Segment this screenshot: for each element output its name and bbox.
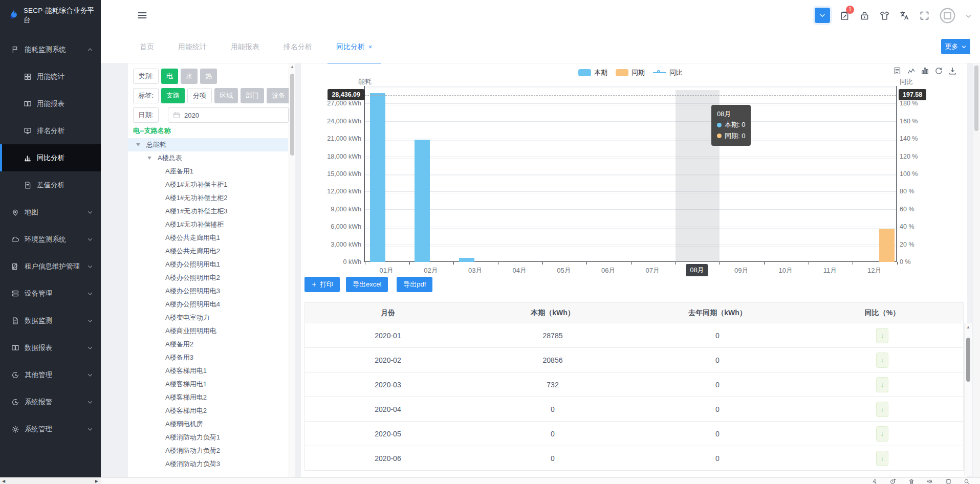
tree-node[interactable]: A楼公共走廊用电2 [128,245,288,258]
search-icon[interactable] [964,478,970,484]
scrollbar-thumb[interactable] [974,65,978,131]
scroll-left-icon[interactable]: ◀ [2,478,5,484]
sidebar-item-用能报表[interactable]: 用能报表 [0,90,101,117]
tab-同比分析[interactable]: 同比分析× [336,31,372,63]
tree-node[interactable]: A楼消防动力负荷3 [128,457,288,471]
x-axis-label[interactable]: 03月 [468,266,482,275]
language-button[interactable] [899,10,910,21]
scroll-up-icon[interactable]: ▲ [290,64,294,69]
year-date-input[interactable]: 2020 [168,107,289,123]
sidebar-item-数据报表[interactable]: 数据报表 [0,334,101,361]
sidebar-item-差值分析[interactable]: 差值分析 [0,171,101,199]
x-axis-label[interactable]: 07月 [646,266,660,275]
bar-本期-02月[interactable] [415,140,430,262]
history-plus-icon[interactable] [890,478,896,484]
sidebar-item-环境监测系统[interactable]: 环境监测系统 [0,226,101,253]
lock-button[interactable] [859,10,870,21]
tree-node[interactable]: A楼办公照明用电3 [128,284,288,298]
tree-node[interactable]: 总能耗 [128,138,288,151]
tree-node[interactable]: A楼备用2 [128,338,288,351]
legend-item-本期[interactable]: 本期 [578,68,607,77]
sidebar-item-系统管理[interactable]: 系统管理 [0,415,101,443]
tag-option-区域[interactable]: 区域 [214,88,238,103]
sidebar-item-同比分析[interactable]: 同比分析 [0,144,101,171]
legend-item-同期[interactable]: 同期 [616,68,645,77]
avatar[interactable] [939,7,956,24]
close-tab-icon[interactable]: × [368,43,372,51]
tag-option-设备[interactable]: 设备 [267,88,290,103]
tag-option-部门[interactable]: 部门 [241,88,264,103]
tree-node[interactable]: A楼消防动力负荷2 [128,444,288,457]
x-axis-label[interactable]: 12月 [867,266,881,275]
legend-item-同比[interactable]: 同比 [653,68,683,77]
trend-down-badge[interactable]: ↓ [876,451,888,466]
hamburger-menu-icon[interactable] [137,10,147,20]
tree-node[interactable]: A楼公共走廊用电1 [128,231,288,245]
refresh-icon[interactable] [934,67,943,75]
scrollbar-thumb[interactable] [966,338,970,382]
tree-node[interactable]: A楼客梯用电2 [128,404,288,417]
bar-chart-icon[interactable] [921,67,929,75]
tree-node[interactable]: A楼弱电机房 [128,417,288,431]
tree-node[interactable]: A楼办公照明用电1 [128,258,288,271]
tree-node[interactable]: A楼消防动力负荷1 [128,431,288,444]
expand-caret-icon[interactable] [147,157,151,160]
trend-down-badge[interactable]: ↓ [876,353,888,368]
tab-排名分析[interactable]: 排名分析 [284,31,312,63]
tree-node[interactable]: A楼1#无功补偿主柜1 [128,178,288,191]
chart-plot-area[interactable] [364,86,897,262]
sidebar-item-其他管理[interactable]: 其他管理 [0,361,101,388]
fullscreen-button[interactable] [919,10,930,21]
window-scrollbar[interactable] [973,63,980,477]
tab-用能报表[interactable]: 用能报表 [231,31,259,63]
sidebar-item-系统报警[interactable]: 系统报警 [0,388,101,415]
tree-node[interactable]: A楼办公照明用电4 [128,298,288,311]
layout-icon[interactable] [945,478,951,484]
expand-caret-icon[interactable] [136,143,140,146]
sidebar-item-租户信息维护管理[interactable]: 租户信息维护管理 [0,253,101,280]
trend-down-badge[interactable]: ↓ [876,426,888,442]
x-axis-label[interactable]: 05月 [557,266,571,275]
scroll-right-icon[interactable]: ▶ [95,478,98,484]
toolbox-button[interactable]: 1 [839,10,850,21]
tree-node[interactable]: A楼办公照明用电2 [128,271,288,284]
theme-button[interactable] [879,10,890,21]
sidebar-item-能耗监测系统[interactable]: 能耗监测系统 [0,36,101,63]
quick-dropdown-button[interactable] [815,8,830,23]
x-axis-label[interactable]: 09月 [734,266,748,275]
bar-本期-01月[interactable] [370,93,385,262]
category-option-水[interactable]: 水 [181,69,198,84]
tree-node[interactable]: A楼1#无功补偿主柜3 [128,205,288,218]
more-button[interactable]: 更多 [941,39,970,54]
rocket-icon[interactable] [872,478,878,484]
x-axis-label[interactable]: 02月 [424,266,438,275]
user-menu-chevron[interactable] [965,12,972,19]
tree-node[interactable]: A楼客梯用电1 [128,364,288,378]
tree-node[interactable]: A楼总表 [128,151,288,165]
trend-down-badge[interactable]: ↓ [876,402,888,417]
tag-option-分项[interactable]: 分项 [187,88,212,103]
tree-node[interactable]: A楼客梯用电1 [128,378,288,391]
line-chart-icon[interactable] [907,67,916,75]
tree-node[interactable]: A楼备用3 [128,351,288,364]
tree-node[interactable]: A楼商业照明用电 [128,324,288,338]
speaker-icon[interactable] [927,478,933,484]
category-option-电[interactable]: 电 [161,69,178,84]
table-scrollbar[interactable]: ▲ [964,323,972,476]
tab-首页[interactable]: 首页 [140,31,154,63]
category-option-热[interactable]: 热 [200,69,217,84]
download-icon[interactable] [948,67,957,75]
tree-node[interactable]: A座备用1 [128,165,288,178]
x-axis-label-pointer[interactable]: 08月 [686,264,708,276]
trash-icon[interactable] [908,478,914,484]
bar-同期-12月[interactable] [879,229,895,262]
tree-node[interactable]: A楼客梯用电2 [128,391,288,404]
sidebar-item-地图[interactable]: 地图 [0,199,101,226]
x-axis-label[interactable]: 04月 [513,266,527,275]
export-excel-button[interactable]: 导出excel [346,277,388,292]
sidebar-item-数据监测[interactable]: 数据监测 [0,307,101,334]
sidebar-horizontal-scrollbar[interactable]: ◀ ▶ [0,477,101,484]
x-axis-label[interactable]: 06月 [601,266,615,275]
sidebar-item-设备管理[interactable]: 设备管理 [0,280,101,307]
trend-down-badge[interactable]: ↓ [876,328,888,343]
